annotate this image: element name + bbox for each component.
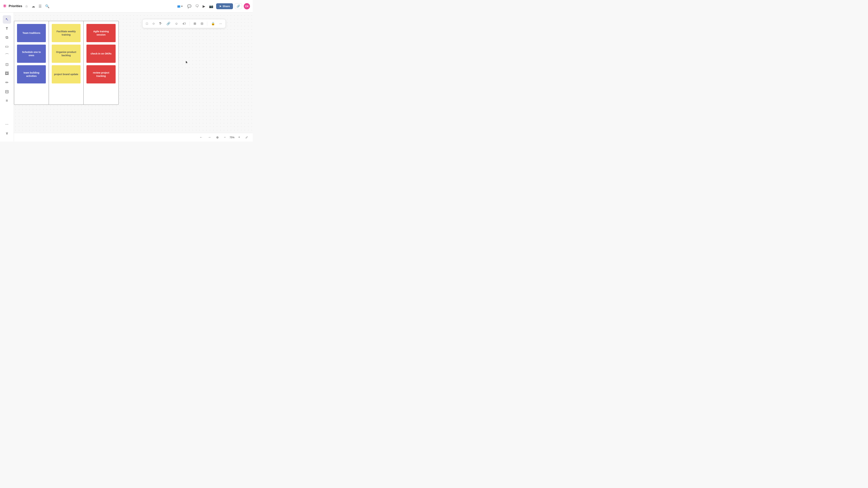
image-icon: 🖼 — [5, 71, 9, 76]
sidebar-item-select[interactable]: ↖ — [3, 15, 11, 24]
toolbar-circle-icon[interactable]: ○ — [152, 21, 155, 27]
page-title: Priorities — [9, 4, 22, 8]
undo-button[interactable]: ← — [198, 135, 204, 140]
zoom-in-button[interactable]: + — [237, 135, 242, 140]
list-icon: ≡ — [6, 98, 8, 103]
toolbar-lock-icon[interactable]: 🔒 — [210, 21, 216, 26]
sidebar-item-text[interactable]: T — [3, 24, 11, 33]
history-icon[interactable]: ☁ — [31, 3, 36, 9]
sidebar-item-draw[interactable]: ✏ — [3, 78, 11, 87]
home-button[interactable]: ⊕ — [215, 135, 220, 140]
share-icon: ➤ — [219, 5, 221, 8]
text-icon: T — [6, 27, 8, 31]
floating-toolbar: □ ○ T· 🔗 ☺ 🏷 ⊞ ⊟ 🔒 ··· — [142, 19, 226, 28]
team-button[interactable]: 👥 ▾ — [176, 4, 184, 9]
sidebar: ↖ T ⧉ ▭ ⌒ ⊡ 🖼 ✏ ⊟ ≡ ··· ∨ — [0, 12, 14, 141]
card-team-building[interactable]: team building activities — [17, 65, 46, 84]
toolbar-tag-icon[interactable]: 🏷 — [182, 21, 186, 26]
avatar[interactable]: CK — [244, 3, 250, 9]
video-play-icon[interactable]: ▶ — [202, 3, 206, 9]
rectangle-icon: ▭ — [5, 44, 9, 49]
toolbar-text-icon[interactable]: T· — [158, 21, 163, 26]
chat-icon[interactable]: 💬 — [186, 3, 192, 9]
sidebar-bottom: ··· ∨ — [3, 120, 11, 137]
board-column-2: Facilitate weekly training Organize prod… — [49, 21, 84, 104]
crop-icon: ⊡ — [5, 62, 8, 67]
collapse-icon: ∨ — [5, 131, 8, 135]
header-left: ✳ Priorities ☆ ☁ ☰ 🔍 — [3, 3, 176, 9]
toolbar-square-icon[interactable]: □ — [145, 21, 149, 26]
menu-icon[interactable]: ☰ — [38, 3, 42, 9]
toolbar-grid1-icon[interactable]: ⊞ — [193, 21, 197, 26]
toolbar-more-icon[interactable]: ··· — [219, 21, 223, 26]
table-icon: ⊟ — [5, 89, 9, 94]
header-right: 👥 ▾ 💬 🗨 ▶ 📷 ➤ Share 🔗 CK — [176, 3, 250, 9]
card-schedule-one-to-ones[interactable]: Schedule one to ones — [17, 44, 46, 63]
sidebar-item-image[interactable]: 🖼 — [3, 69, 11, 78]
sidebar-item-collapse[interactable]: ∨ — [3, 129, 11, 137]
sidebar-item-frame[interactable]: ⧉ — [3, 33, 11, 42]
share-button[interactable]: ➤ Share — [216, 3, 233, 9]
board-column-1: Team traditions Schedule one to ones tea… — [14, 21, 49, 104]
toolbar-grid2-icon[interactable]: ⊟ — [200, 21, 204, 26]
fullscreen-button[interactable]: ⤢ — [244, 135, 249, 140]
more-tools-icon: ··· — [5, 122, 8, 127]
app-logo: ✳ — [3, 3, 7, 9]
sidebar-item-table[interactable]: ⊟ — [3, 88, 11, 96]
copy-link-button[interactable]: 🔗 — [235, 3, 242, 9]
chevron-down-icon: ▾ — [181, 5, 183, 8]
sidebar-item-rectangle[interactable]: ▭ — [3, 42, 11, 51]
team-icon: 👥 — [177, 5, 181, 8]
sidebar-item-more-tools[interactable]: ··· — [3, 120, 11, 128]
card-organize-backlog[interactable]: Organize product backlog — [52, 44, 81, 63]
select-icon: ↖ — [5, 17, 8, 22]
card-facilitate-weekly[interactable]: Facilitate weekly training — [52, 24, 81, 42]
card-agile-training[interactable]: Agile training session — [87, 24, 116, 42]
line-icon: ⌒ — [5, 53, 9, 59]
redo-button[interactable]: → — [207, 135, 212, 140]
zoom-out-button[interactable]: − — [222, 135, 227, 140]
header: ✳ Priorities ☆ ☁ ☰ 🔍 👥 ▾ 💬 🗨 ▶ 📷 ➤ Share… — [0, 0, 253, 12]
zoom-level: 75% — [229, 136, 235, 139]
card-project-brand[interactable]: project brand update — [52, 65, 81, 84]
star-icon[interactable]: ☆ — [24, 3, 29, 9]
toolbar-link-icon[interactable]: 🔗 — [166, 21, 171, 26]
search-icon[interactable]: 🔍 — [44, 3, 50, 9]
toolbar-emoji-icon[interactable]: ☺ — [174, 21, 179, 26]
board-container: Team traditions Schedule one to ones tea… — [14, 21, 119, 105]
draw-icon: ✏ — [5, 80, 8, 85]
sidebar-item-list[interactable]: ≡ — [3, 96, 11, 105]
sidebar-item-line[interactable]: ⌒ — [3, 51, 11, 60]
board-column-3: Agile training session check-in on OKRs … — [84, 21, 118, 104]
bottom-bar: ← → ⊕ − 75% + ⤢ — [14, 133, 253, 141]
card-review-tracking[interactable]: review project tracking — [87, 65, 116, 84]
frame-icon: ⧉ — [5, 35, 8, 40]
comment-icon[interactable]: 🗨 — [194, 3, 200, 9]
sidebar-item-crop[interactable]: ⊡ — [3, 60, 11, 69]
card-checkin-okrs[interactable]: check-in on OKRs — [87, 44, 116, 63]
card-team-traditions[interactable]: Team traditions — [17, 24, 46, 42]
camera-icon[interactable]: 📷 — [208, 3, 214, 9]
